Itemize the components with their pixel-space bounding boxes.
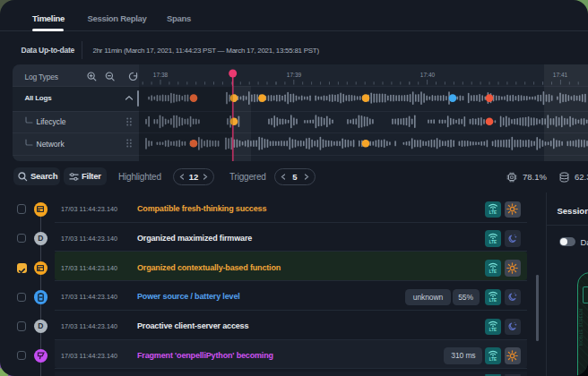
svg-text:LTE: LTE [489,328,497,332]
svg-text:LTE: LTE [489,357,497,362]
svg-text:LTE: LTE [489,211,497,216]
svg-text:LTE: LTE [489,269,497,274]
svg-text:LTE: LTE [489,299,497,303]
svg-text:LTE: LTE [489,240,497,244]
